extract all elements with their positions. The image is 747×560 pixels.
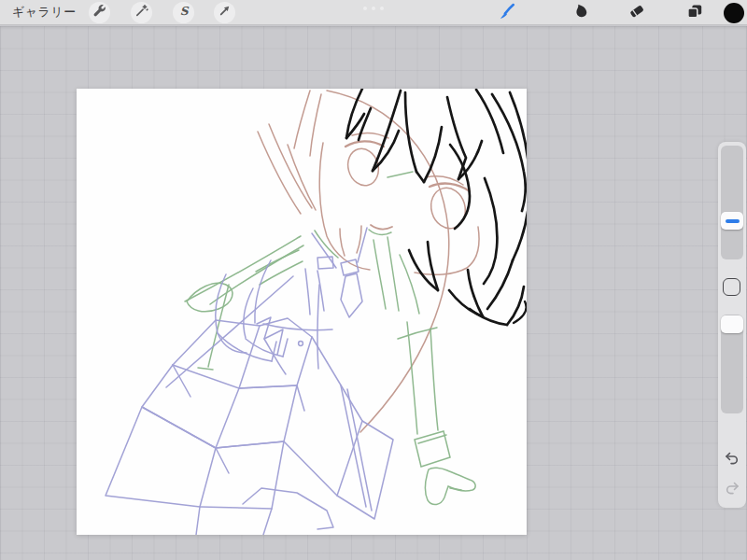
brush-size-indicator [726, 219, 740, 223]
paint-app-window: ギャラリー S [0, 0, 747, 560]
redo-button[interactable] [725, 481, 740, 496]
smudge-tool-button[interactable] [571, 3, 591, 23]
top-toolbar: ギャラリー S [0, 0, 747, 25]
brush-sidebar [718, 142, 746, 508]
smudge-icon [572, 3, 589, 23]
eraser-tool-button[interactable] [627, 3, 647, 23]
workspace-background [0, 26, 747, 560]
active-color-swatch [724, 3, 744, 23]
paintbrush-icon [498, 3, 515, 24]
redo-arrow-icon [725, 483, 740, 498]
brush-opacity-slider[interactable] [721, 315, 743, 413]
brush-size-handle[interactable] [721, 212, 743, 230]
eraser-icon [628, 3, 645, 23]
wrench-icon [92, 4, 106, 21]
paint-tool-button[interactable] [496, 3, 516, 23]
svg-text:S: S [180, 5, 190, 18]
modify-button[interactable] [723, 278, 740, 296]
transform-button[interactable] [214, 2, 235, 23]
gallery-button[interactable]: ギャラリー [12, 4, 77, 21]
color-swatch-button[interactable] [724, 3, 744, 23]
actions-button[interactable] [89, 2, 110, 23]
brush-opacity-handle[interactable] [721, 315, 743, 333]
artwork-sketch [77, 89, 527, 535]
selection-button[interactable]: S [173, 2, 194, 23]
selection-s-icon: S [176, 4, 190, 21]
brush-size-slider[interactable] [721, 146, 743, 259]
magic-wand-icon [134, 4, 148, 21]
layers-icon [686, 3, 703, 23]
adjustments-button[interactable] [131, 2, 152, 23]
layers-button[interactable] [684, 3, 705, 23]
transform-arrow-icon [218, 4, 232, 21]
undo-button[interactable] [725, 451, 740, 466]
toolbar-center-dots [363, 7, 384, 10]
drawing-canvas[interactable] [77, 89, 527, 535]
undo-arrow-icon [725, 453, 740, 469]
